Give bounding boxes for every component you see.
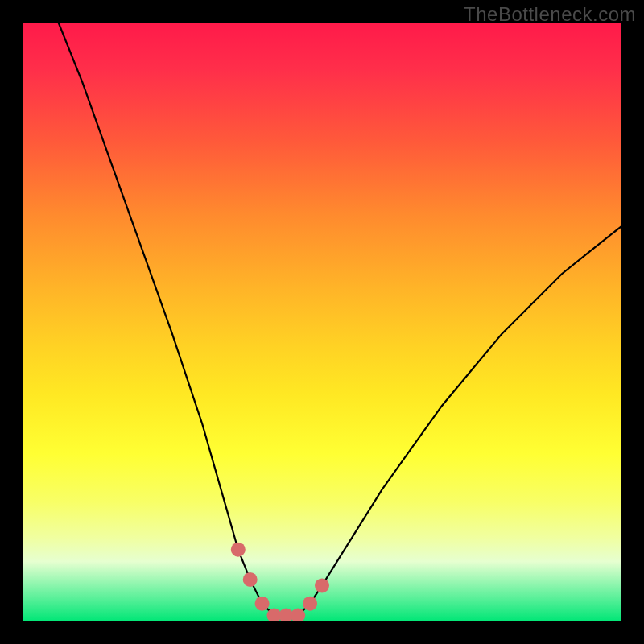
- plot-area: [23, 23, 621, 621]
- chart-frame: TheBottleneck.com: [0, 0, 644, 644]
- marker-dot: [243, 572, 258, 587]
- bottleneck-curve: [59, 23, 621, 616]
- marker-dot: [231, 543, 246, 557]
- marker-dot: [303, 597, 317, 611]
- highlight-markers: [231, 543, 329, 621]
- marker-dot: [255, 597, 270, 611]
- curve-layer: [23, 23, 621, 621]
- watermark-text: TheBottleneck.com: [464, 3, 636, 26]
- marker-dot: [315, 578, 329, 592]
